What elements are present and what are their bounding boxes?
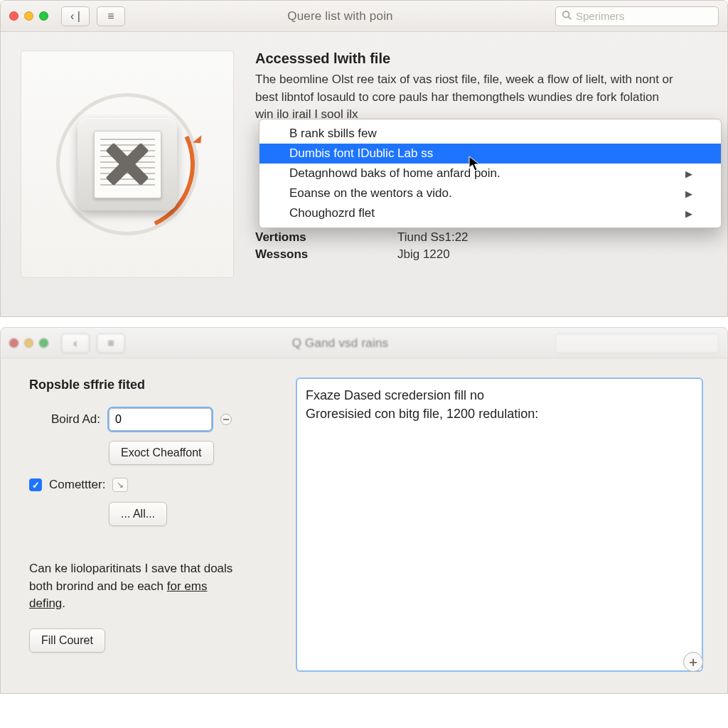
add-button[interactable]: ＋ (683, 652, 703, 672)
toggle-icon[interactable]: ↘ (112, 478, 128, 492)
metadata-key: Wessons (255, 247, 397, 262)
menu-item-label: Dumbis font IDublic Lab ss (289, 146, 433, 161)
minimize-icon[interactable] (24, 338, 33, 348)
menu-item-label: Eoanse on the wentors a vido. (289, 186, 452, 200)
window-bottom: ‹ ≡ Q Gand vsd rains ⠀ Ropsble sffrie fi… (0, 327, 728, 694)
titlebar-bottom: ‹ ≡ Q Gand vsd rains ⠀ (1, 328, 727, 359)
metadata-table: Vertioms Tiund Ss1:22 Wessons Jbig 1220 (255, 230, 707, 262)
metadata-key: Vertioms (255, 230, 397, 245)
form-row-boird: Boird Ad: (29, 408, 274, 431)
info-heading: Accesssed lwith file (255, 50, 707, 67)
close-icon[interactable] (9, 11, 18, 21)
chevron-right-icon: ▶ (685, 168, 692, 179)
back-button[interactable]: ‹ | (61, 6, 90, 26)
chevron-left-icon: ‹ (73, 337, 77, 350)
menu-item[interactable]: Choughozrd flet ▶ (259, 203, 721, 223)
boird-input[interactable] (109, 408, 212, 431)
output-pane[interactable]: Fxaze Dased scredersion fill no Groresis… (296, 378, 703, 672)
chevron-right-icon: ▶ (685, 208, 692, 219)
minimize-icon[interactable] (24, 11, 33, 21)
metadata-row: Wessons Jbig 1220 (255, 247, 707, 262)
hint-text: Can ke lioloparitinats I save that doals… (29, 560, 242, 613)
nav-buttons: ‹ ≡ (61, 333, 125, 353)
menu-item-label: Choughozrd flet (289, 206, 375, 220)
window-bottom-body: Ropsble sffrie fited Boird Ad: Exoct Che… (1, 359, 727, 693)
cometter-checkbox[interactable]: ✓ (29, 478, 42, 491)
search-icon (562, 9, 572, 23)
chevron-right-icon: ▶ (685, 188, 692, 199)
output-line: Groresisied con bitg file, 1200 redulati… (306, 405, 693, 423)
form-row-exoct: Exoct Cheaffont (29, 441, 274, 465)
plus-icon: ＋ (687, 653, 700, 671)
output-line: Fxaze Dased scredersion fill no (306, 386, 693, 405)
form-row-all: ... All... (29, 502, 274, 526)
menu-item-label: B rank sbills few (289, 127, 377, 141)
stepper-icon[interactable] (220, 414, 232, 425)
x-icon (99, 136, 156, 193)
search-input[interactable] (576, 10, 712, 22)
search-field[interactable] (555, 6, 719, 26)
chevron-left-icon: ‹ | (70, 10, 80, 23)
info-column: Accesssed lwith file The beomline Olst r… (255, 50, 707, 288)
form-row-fill: Fill Couret (29, 628, 274, 653)
metadata-row: Vertioms Tiund Ss1:22 (255, 230, 707, 245)
file-preview-thumbnail (21, 50, 234, 278)
cometter-label: Comettter: (49, 478, 105, 492)
fill-button[interactable]: Fill Couret (29, 628, 105, 653)
menu-item-selected[interactable]: Dumbis font IDublic Lab ss (259, 144, 721, 164)
menu-item[interactable]: Eoanse on the wentors a vido. ▶ (259, 183, 721, 203)
hint-tail: . (62, 596, 65, 610)
boird-label: Boird Ad: (29, 412, 100, 427)
close-icon[interactable] (9, 338, 18, 348)
window-top: ‹ | ≡ Quere list with poin Accesssed lwi… (0, 0, 728, 317)
section-heading: Ropsble sffrie fited (29, 378, 274, 392)
zoom-icon[interactable] (39, 338, 48, 348)
menu-item[interactable]: B rank sbills few (259, 124, 721, 144)
metadata-value: Jbig 1220 (397, 247, 450, 262)
info-description: The beomline Olst ree taix of vas riost … (255, 71, 675, 124)
zoom-icon[interactable] (39, 11, 48, 21)
window-top-body: Accesssed lwith file The beomline Olst r… (1, 32, 727, 316)
svg-line-1 (569, 16, 572, 19)
list-icon: ≡ (107, 337, 114, 350)
all-button[interactable]: ... All... (109, 502, 167, 526)
list-icon: ≡ (107, 10, 114, 23)
metadata-value: Tiund Ss1:22 (397, 230, 469, 245)
back-button[interactable]: ‹ (61, 333, 90, 353)
menu-item[interactable]: Detagnhowd baks of home anfard poin. ▶ (259, 164, 721, 183)
window-title: Quere list with poin (125, 9, 555, 23)
search-icon: ⠀ (562, 336, 570, 350)
context-menu: B rank sbills few Dumbis font IDublic La… (259, 119, 722, 228)
search-field[interactable]: ⠀ (555, 333, 719, 353)
form-panel: Ropsble sffrie fited Boird Ad: Exoct Che… (29, 378, 274, 672)
list-view-button[interactable]: ≡ (97, 6, 125, 26)
menu-item-label: Detagnhowd baks of home anfard poin. (289, 166, 500, 181)
list-view-button[interactable]: ≡ (97, 333, 125, 353)
exoct-button[interactable]: Exoct Cheaffont (109, 441, 214, 465)
form-row-cometter: ✓ Comettter: ↘ (29, 478, 274, 492)
traffic-lights (9, 11, 48, 21)
traffic-lights (9, 338, 48, 348)
svg-point-0 (563, 11, 569, 17)
nav-buttons: ‹ | ≡ (61, 6, 125, 26)
window-title: Q Gand vsd rains (125, 336, 555, 350)
titlebar-top: ‹ | ≡ Quere list with poin (1, 1, 727, 32)
